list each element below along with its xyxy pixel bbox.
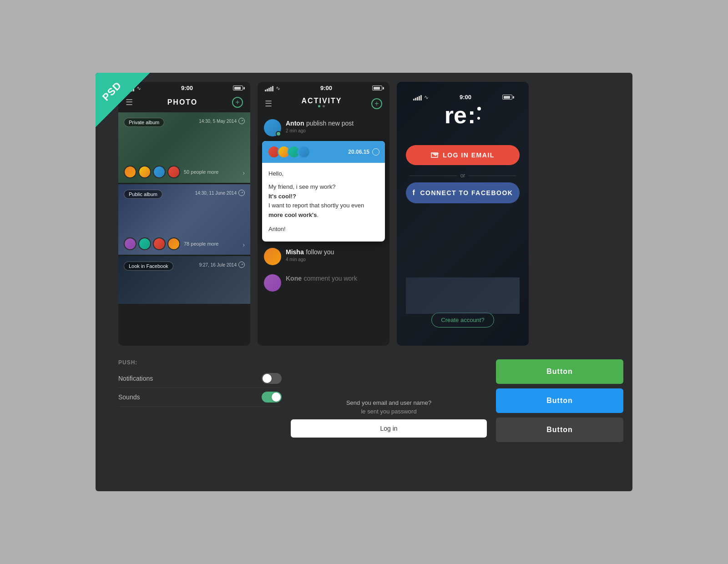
battery-3 [502,95,512,100]
activity-screen: ∿ 9:00 ☰ ACTIVITY + [258,82,389,346]
dark-button-label: Button [546,426,573,433]
login-email-button[interactable]: LOG IN EMAIL [406,145,520,165]
album-people-1: 50 people more [124,166,218,178]
notifications-toggle[interactable] [262,373,282,384]
dark-button[interactable]: Button [496,418,623,442]
add-button-1[interactable]: + [232,97,243,108]
activity-action-kone: comment you work [303,275,357,282]
login-email-label: LOG IN EMAIL [443,151,495,159]
screens-row: ∿ 9:00 ☰ PHOTO + Private album 14:30, 5 … [105,82,623,346]
message-card[interactable]: 20.06.15 Hello, My friend, i see my work… [262,141,385,242]
message-greeting: Hello, [268,169,379,179]
album-date-3: 9:27, 16 Jule 2014 [199,262,245,268]
avatar-misha [264,248,281,265]
album-date-2: 14:30, 11 June 2014 [195,190,245,196]
create-account-button[interactable]: Create account? [431,312,494,327]
add-button-2[interactable]: + [371,98,382,109]
activity-name-anton: Anton [286,120,304,127]
login-dialog-label: Log in [380,425,397,432]
avatar [167,166,180,178]
clock-icon-1 [238,118,245,124]
battery-2 [372,86,382,91]
main-frame: PSD ∿ 9:00 ☰ [96,73,632,491]
msg-avatar-4 [298,146,310,158]
dot-active [318,105,320,107]
pagination-dots [302,105,342,110]
email-icon [431,152,438,158]
album-date-1: 14:30, 5 May 2014 [199,118,245,124]
people-count-1: 50 people more [184,169,218,175]
album-people-2: 78 people more [124,237,218,250]
album-card-3[interactable]: Look in Facebook 9:27, 16 Jule 2014 [118,256,250,304]
avatar [124,237,136,250]
activity-item-misha: Misha follow you 4 min ago [258,243,389,270]
avatar [153,166,166,178]
signal-2: ∿ [265,85,280,91]
or-text: or [460,172,465,179]
button-panel: Button Button Button [496,355,623,442]
green-button[interactable]: Button [496,359,623,384]
green-button-label: Button [546,368,573,375]
people-count-2: 78 people more [184,241,218,247]
blue-button[interactable]: Button [496,388,623,413]
arrow-icon-2: › [243,241,245,248]
activity-time-anton: 2 min ago [286,128,383,133]
activity-action-anton: publish new post [306,120,354,127]
activity-name-misha: Misha [286,248,304,256]
avatar [138,237,151,250]
album-label-3: Look in Facebook [124,262,173,271]
facebook-label: CONNECT TO FACEBOOK [420,189,513,196]
message-signature: Anton! [268,225,379,234]
settings-row-notifications: Notifications [118,369,282,388]
time-3: 9:00 [460,94,471,101]
online-indicator [276,131,281,136]
psd-badge-label: PSD [100,80,124,104]
login-screen: ∿ 9:00 re : [397,82,529,346]
album-card-2[interactable]: Public album 14:30, 11 June 2014 78 peop… [118,184,250,255]
activity-name-kone: Kone [286,275,302,282]
settings-section-title: PUSH: [118,359,282,366]
message-header: 20.06.15 [262,141,385,163]
message-date: 20.06.15 [348,148,379,156]
wifi-icon-3: ∿ [424,94,429,101]
sounds-label: Sounds [118,393,262,401]
psd-badge: PSD [96,73,150,127]
sounds-toggle[interactable] [262,392,282,403]
album-label-2: Public album [124,190,162,199]
screen-title-1: PHOTO [167,98,198,106]
battery-1 [233,86,243,91]
message-avatars [268,146,308,158]
bottom-section: PUSH: Notifications Sounds Send you emai… [105,355,623,442]
settings-panel: PUSH: Notifications Sounds [118,355,282,442]
create-account-label: Create account? [441,317,484,323]
clock-icon-3 [238,262,245,268]
activity-text-misha: Misha follow you 4 min ago [286,248,383,262]
or-divider: or [406,172,520,179]
menu-icon-2[interactable]: ☰ [265,99,272,109]
clock-icon-msg [372,148,379,156]
login-dialog-button[interactable]: Log in [291,419,487,438]
avatar [167,237,180,250]
login-content: ∿ 9:00 re : [406,91,520,332]
settings-row-sounds: Sounds [118,388,282,407]
avatar [124,166,136,178]
time-2: 9:00 [320,85,332,91]
activity-item-kone: Kone comment you work [258,270,389,296]
activity-time-misha: 4 min ago [286,257,383,262]
logo-dot-2 [477,117,480,120]
arrow-icon-1: › [243,169,245,176]
email-dialog-text-2: le sent you password [346,408,431,415]
activity-text-kone: Kone comment you work [286,274,383,282]
clock-icon-2 [238,190,245,196]
email-dialog: Send you email and user name? le sent yo… [291,355,487,442]
email-dialog-text-1: Send you email and user name? [346,399,431,406]
avatar [153,237,166,250]
connect-facebook-button[interactable]: f CONNECT TO FACEBOOK [406,182,520,203]
time-1: 9:00 [181,85,193,91]
logo-text: re [445,103,467,127]
status-bar-2: ∿ 9:00 [258,82,389,94]
facebook-icon: f [413,189,416,197]
avatar [138,166,151,178]
blue-button-label: Button [546,397,573,404]
message-body: Hello, My friend, i see my work?It's coo… [262,163,385,242]
